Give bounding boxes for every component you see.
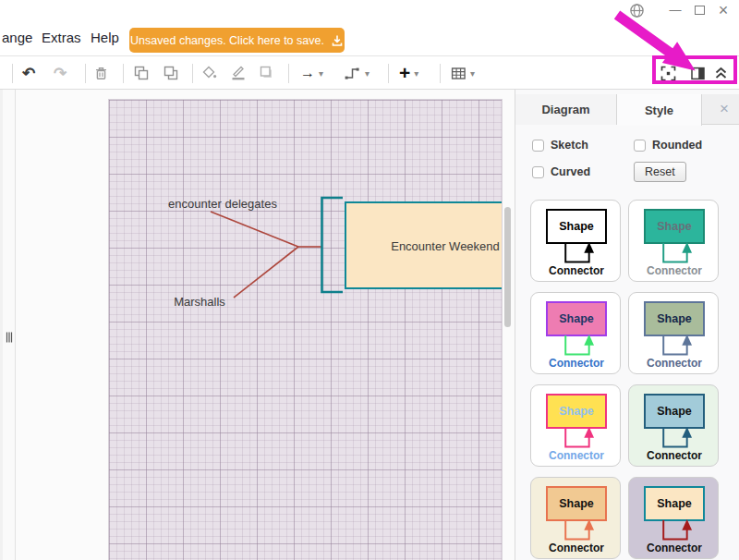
panel-grip-icon[interactable]	[5, 330, 14, 345]
grid-icon	[451, 67, 466, 80]
curved-checkbox[interactable]	[532, 166, 544, 178]
style-preset-connector-label: Connector	[531, 357, 621, 370]
style-preset-connector-label: Connector	[629, 542, 719, 554]
menu-item-extras[interactable]: Extras	[42, 30, 81, 45]
style-preset-connector-label: Connector	[531, 264, 621, 277]
title-bar: — ×	[0, 0, 739, 22]
to-back-icon	[163, 65, 179, 81]
label-marshalls[interactable]: Marshalls	[174, 295, 225, 309]
to-back-button[interactable]	[163, 56, 179, 90]
style-preset-card-3[interactable]: Shape Connector	[530, 292, 621, 374]
chevron-down-icon: ▾	[414, 68, 418, 79]
close-button[interactable]: ×	[713, 1, 733, 19]
unsaved-changes-banner[interactable]: Unsaved changes. Click here to save.	[129, 28, 345, 53]
main-area: encounter delegates Marshalls Encounter …	[0, 90, 739, 560]
sketch-label: Sketch	[551, 139, 588, 152]
style-preset-connector-label: Connector	[531, 449, 621, 462]
delete-button[interactable]	[93, 56, 109, 90]
edge-delegates[interactable]	[211, 212, 298, 247]
chevron-down-icon: ▾	[470, 68, 475, 79]
connection-arrow-button[interactable]: → ▾	[300, 56, 323, 90]
double-chevron-up-icon	[713, 66, 729, 80]
tab-style[interactable]: Style	[617, 94, 702, 126]
diagram-canvas[interactable]: encounter delegates Marshalls Encounter …	[17, 90, 515, 560]
format-panel-toggle-button[interactable]	[690, 56, 706, 90]
canvas-grid[interactable]: encounter delegates Marshalls Encounter …	[109, 100, 502, 560]
style-presets-grid: Shape Connector Shape Connector Shape Co…	[530, 200, 725, 559]
reset-button[interactable]: Reset	[634, 162, 686, 182]
rounded-option[interactable]: Rounded	[634, 139, 702, 152]
bracket-shape[interactable]	[322, 198, 344, 292]
left-panel-collapsed	[0, 90, 16, 560]
label-encounter-delegates[interactable]: encounter delegates	[168, 197, 277, 211]
style-preset-card-8[interactable]: Shape Connector	[628, 477, 719, 559]
style-preset-card-5[interactable]: Shape Connector	[530, 384, 621, 467]
to-front-icon	[133, 65, 150, 81]
style-preset-card-1[interactable]: Shape Connector	[530, 200, 621, 282]
collapse-toolbar-button[interactable]	[713, 56, 729, 90]
shadow-icon	[259, 65, 275, 81]
format-panel: Diagram Style × Sketch Rounded Curved	[515, 90, 739, 560]
mindmap-drawing: encounter delegates Marshalls Encounter …	[109, 100, 502, 560]
fill-color-button[interactable]	[201, 56, 218, 90]
sketch-option[interactable]: Sketch	[532, 139, 588, 152]
maximize-icon	[695, 6, 705, 15]
panel-tab-bar: Diagram Style ×	[515, 94, 739, 125]
style-preset-connector-label: Connector	[629, 264, 719, 277]
undo-icon: ↶	[22, 64, 35, 83]
rounded-checkbox[interactable]	[634, 140, 646, 152]
curved-option[interactable]: Curved	[532, 165, 590, 178]
format-panel-icon	[690, 66, 706, 81]
globe-icon[interactable]	[626, 1, 647, 19]
menu-item-arrange[interactable]: ange	[2, 30, 32, 45]
to-front-button[interactable]	[133, 56, 150, 90]
style-preset-connector-label: Connector	[629, 449, 719, 462]
minimize-button[interactable]: —	[665, 1, 685, 19]
style-preset-card-6[interactable]: Shape Connector	[628, 384, 719, 467]
redo-icon: ↷	[54, 64, 67, 83]
canvas-scrollbar[interactable]	[504, 207, 511, 327]
download-icon	[331, 34, 344, 47]
toolbar: ↶ ↷	[0, 55, 739, 90]
fullscreen-button[interactable]	[660, 56, 677, 90]
plus-icon: +	[399, 64, 410, 82]
maximize-button[interactable]	[689, 1, 709, 19]
line-color-icon	[229, 65, 248, 81]
style-preset-connector-label: Connector	[531, 542, 621, 554]
menu-bar: ange Extras Help Unsaved changes. Click …	[0, 24, 739, 55]
style-preset-connector-label: Connector	[629, 357, 719, 370]
line-color-button[interactable]	[229, 56, 248, 90]
style-preset-card-4[interactable]: Shape Connector	[628, 292, 719, 374]
chevron-down-icon: ▾	[365, 68, 370, 79]
arrow-icon: →	[300, 65, 315, 81]
panel-close-icon[interactable]: ×	[720, 100, 729, 118]
trash-icon	[93, 66, 109, 81]
waypoint-style-button[interactable]: ▾	[344, 56, 370, 90]
insert-button[interactable]: + ▾	[399, 56, 418, 90]
close-icon: ×	[719, 3, 729, 18]
curved-label: Curved	[551, 165, 590, 178]
connector-icon	[344, 66, 361, 80]
app-window: — × ange Extras Help Unsaved changes. Cl…	[0, 0, 739, 560]
table-button[interactable]: ▾	[451, 56, 475, 90]
undo-button[interactable]: ↶	[22, 56, 35, 90]
fill-color-icon	[201, 65, 218, 81]
redo-button[interactable]: ↷	[54, 56, 67, 90]
rounded-label: Rounded	[652, 139, 702, 152]
style-preset-card-2[interactable]: Shape Connector	[628, 200, 719, 282]
banner-text: Unsaved changes. Click here to save.	[130, 34, 324, 47]
sketch-checkbox[interactable]	[532, 140, 544, 152]
menu-item-help[interactable]: Help	[91, 30, 119, 45]
style-preset-card-7[interactable]: Shape Connector	[530, 477, 621, 559]
minimize-icon: —	[670, 6, 682, 15]
chevron-down-icon: ▾	[319, 68, 323, 79]
label-main-node[interactable]: Encounter Weekend	[391, 239, 500, 253]
tab-diagram[interactable]: Diagram	[515, 94, 617, 125]
fullscreen-icon	[660, 65, 677, 82]
edge-marshalls[interactable]	[234, 247, 298, 298]
shadow-button[interactable]	[259, 56, 275, 90]
